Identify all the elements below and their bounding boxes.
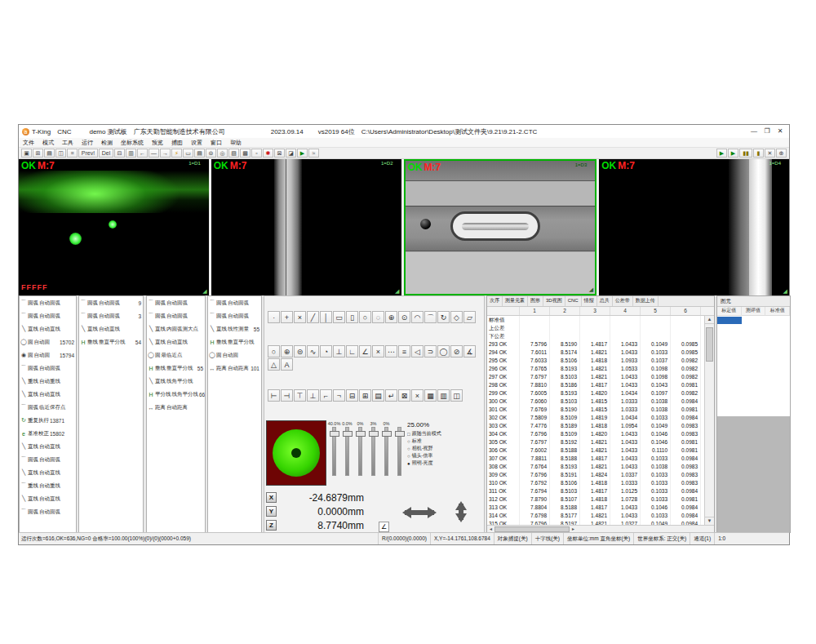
list-item[interactable]: ╲ 直线 内圆弧测大点 (147, 322, 205, 335)
measure-tool-icon[interactable]: ∿ (307, 345, 319, 358)
toolbar-button[interactable]: Prev! (78, 149, 98, 158)
list-item[interactable]: ⌒ 圆弧 自动圆弧 9 (79, 296, 143, 309)
tolerance-panel-tab[interactable]: 图元 (717, 296, 790, 307)
measure-tool-icon[interactable]: ↻ (437, 311, 450, 323)
minimize-button[interactable]: — (748, 127, 760, 136)
light-slider[interactable]: 0% (381, 421, 392, 476)
list-item[interactable]: ⌒ 圆弧 自动圆弧 (208, 296, 261, 309)
status-segment[interactable]: 1:0 (714, 533, 729, 544)
list-item[interactable]: ╲ 直线 自动直线 (20, 492, 76, 505)
construct-tool-icon[interactable]: ⊞ (359, 389, 371, 402)
slider-track[interactable] (358, 427, 362, 476)
measure-tool-icon[interactable]: + (281, 311, 293, 323)
list-item[interactable]: e 基准校正 15802 (20, 427, 76, 440)
construct-tool-icon[interactable]: ↵ (385, 389, 397, 402)
slider-thumb[interactable] (356, 431, 366, 437)
menu-item[interactable]: 运行 (78, 139, 97, 147)
light-mode-radio[interactable]: ○ 镜头-倍率 (407, 452, 484, 460)
angle-mode-button[interactable]: ∠ (379, 522, 389, 532)
list-item[interactable]: ◯ 圆 自动圆 (208, 349, 261, 362)
light-slider[interactable]: 3% (368, 421, 379, 476)
measure-tool-icon[interactable]: ◌ (372, 311, 384, 323)
toolbar-button[interactable]: — (149, 149, 159, 158)
toolbar-button[interactable]: ▫ (251, 149, 262, 158)
toolbar-button[interactable]: ⊞ (33, 149, 43, 158)
toolbar-button[interactable]: ▩ (240, 149, 251, 158)
toolbar-button[interactable]: Del (99, 149, 113, 158)
measure-tool-icon[interactable]: ▯ (346, 311, 358, 323)
slider-track[interactable] (371, 427, 375, 476)
status-segment[interactable]: R/(0.0000)(0.0000) (378, 533, 430, 544)
toolbar-button[interactable]: ⚡ (171, 149, 182, 158)
camera-view-4[interactable]: OKM:7 1=D4 ◢ (599, 159, 789, 295)
toolbar-button[interactable]: ◪ (286, 149, 296, 158)
slider-thumb[interactable] (395, 431, 405, 437)
list-item[interactable]: ↔ 距离 自动距离 101 (208, 362, 261, 375)
table-vertical-scrollbar[interactable]: ▲ ▼ (704, 316, 714, 525)
table-row[interactable]: 305 OK 7.6797 8.5192 1.4821 1.0433 0.104… (487, 438, 705, 446)
construct-tool-icon[interactable]: ⊠ (398, 389, 410, 402)
measure-tool-icon[interactable]: ≡ (398, 345, 410, 358)
table-row[interactable]: 311 OK 7.6794 8.5103 1.4817 1.0125 0.103… (487, 487, 705, 495)
close-button[interactable]: ✕ (774, 127, 786, 136)
toolbar-button[interactable]: ▤ (194, 149, 205, 158)
construct-tool-icon[interactable]: ⌐ (320, 389, 332, 402)
list-item[interactable]: ◯ 圆 最临近点 (147, 349, 205, 362)
measure-tool-icon[interactable]: ◇ (450, 311, 463, 323)
list-item[interactable]: ⌒ 圆弧 自动圆弧 (20, 505, 76, 518)
light-slider[interactable] (394, 421, 405, 476)
construct-tool-icon[interactable]: ⊣ (281, 389, 293, 402)
menu-item[interactable]: 预览 (148, 139, 167, 147)
table-row[interactable]: 304 OK 7.6796 8.5109 1.4820 1.0433 0.104… (487, 430, 705, 438)
table-tab[interactable]: 图形 (528, 296, 543, 306)
slider-thumb[interactable] (330, 431, 339, 437)
table-tab[interactable]: 3D视图 (543, 296, 565, 306)
toolbar-button[interactable]: → (160, 149, 171, 158)
measure-tool-icon[interactable]: × (294, 311, 306, 323)
measure-tool-icon[interactable]: ∡ (463, 345, 476, 358)
list-item[interactable]: ⌒ 圆弧 自动圆弧 (20, 362, 76, 375)
measure-tool-icon[interactable]: ⌒ (424, 311, 437, 323)
list-item[interactable]: ╲ 直线 自动直线 (20, 322, 76, 335)
list-item[interactable]: ⌒ 重线 自动重线 (20, 479, 76, 492)
jog-x-arrows-icon[interactable] (397, 507, 442, 518)
measure-tool-icon[interactable]: ◠ (411, 311, 424, 323)
table-row[interactable]: 上公差 (487, 324, 705, 332)
table-row[interactable]: 307 OK 7.8811 8.5188 1.4817 1.0433 0.103… (487, 455, 705, 463)
scrollbar-thumb[interactable] (494, 526, 570, 532)
list-item[interactable]: ⌒ 圆弧 自动圆弧 (147, 296, 205, 309)
table-tab[interactable]: 情报 (582, 296, 597, 306)
toolbar-button[interactable]: ▮ (753, 149, 764, 158)
status-segment[interactable]: X,Y=-14.1761,108.6784 (430, 533, 494, 544)
measure-tool-icon[interactable]: ∙ (268, 311, 280, 323)
follow-mode-checkbox[interactable]: □跟随当前模式 (407, 430, 484, 437)
table-row[interactable]: 303 OK 7.4776 8.5189 1.4818 1.0954 0.104… (487, 422, 705, 430)
table-row[interactable]: 300 OK 7.6060 8.5103 1.4815 1.0333 0.103… (487, 398, 705, 406)
menu-item[interactable]: 窗口 (206, 139, 226, 147)
list-item[interactable]: ╲ 直线 线性测量 55 (208, 322, 261, 335)
measure-tool-icon[interactable]: ∠ (359, 345, 371, 358)
status-segment[interactable]: 通道(1) (690, 533, 714, 544)
light-slider[interactable]: 0.0% (342, 421, 353, 476)
construct-tool-icon[interactable]: ▤ (372, 389, 384, 402)
measure-tool-icon[interactable]: ⊙ (398, 311, 410, 323)
menu-item[interactable]: 文件 (19, 139, 38, 147)
toolbar-button[interactable]: ⊟ (114, 149, 125, 158)
construct-tool-icon[interactable]: ¬ (333, 389, 345, 402)
status-segment[interactable]: 坐标单位:mm 直角坐标(关) (563, 533, 633, 544)
table-row[interactable]: 295 OK 7.6033 8.5106 1.4818 1.0933 0.103… (487, 357, 705, 365)
light-mode-radio[interactable]: ○ 标准 (407, 437, 484, 445)
menu-item[interactable]: 检测 (97, 139, 117, 147)
measure-tool-icon[interactable]: ▭ (333, 311, 345, 323)
jog-y-arrows-icon[interactable] (455, 495, 467, 528)
list-item[interactable]: ╲ 直线 自动直线 (147, 335, 205, 349)
list-item[interactable]: ╲ 直线 自动直线 (79, 322, 143, 335)
axis-chip[interactable]: X (266, 492, 277, 503)
resize-grip-icon[interactable]: ◢ (395, 288, 399, 295)
list-item[interactable]: ╲ 直线 线角平分线 (147, 375, 205, 388)
slider-track[interactable] (384, 427, 388, 476)
resize-grip-icon[interactable]: ◢ (202, 288, 206, 295)
table-tab[interactable]: 次序 (487, 296, 503, 306)
list-item[interactable]: ⌒ 圆弧 自动圆弧 (147, 309, 205, 322)
measure-tool-icon[interactable]: ∟ (346, 345, 358, 358)
